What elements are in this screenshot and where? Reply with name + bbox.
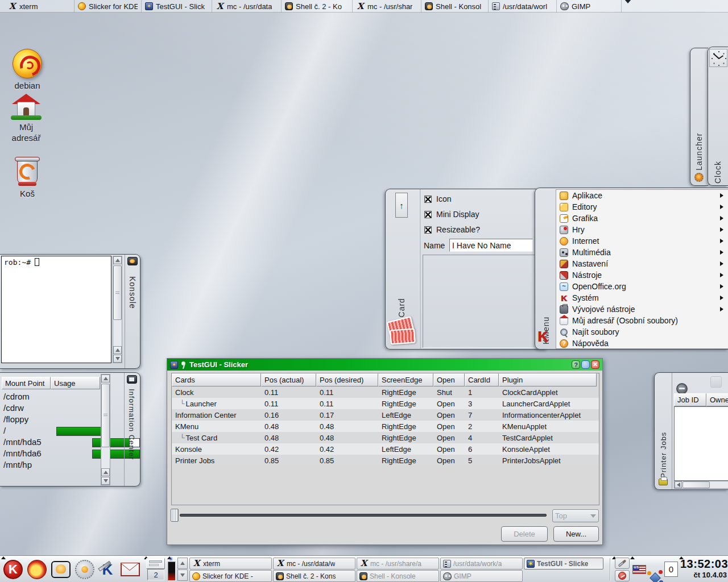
red-dot-tray-button[interactable] [615,570,630,581]
menu-item-najit-soubory[interactable]: Najít soubory [556,326,728,338]
desktop-icon-debian[interactable]: debian [1,49,53,92]
column-header-screenedge[interactable]: ScreenEdge [378,373,433,386]
launcher-card[interactable]: Launcher [690,48,708,186]
help-launcher[interactable] [74,559,96,580]
minimize-button[interactable] [581,360,590,369]
column-header-owner[interactable]: Owner [706,393,728,406]
menu-item-vyvojove-nastroje[interactable]: Vývojové nástroje [556,304,728,315]
terminal-output[interactable]: rob:~# [1,256,111,363]
column-header-open[interactable]: Open [433,373,465,386]
column-header-pos-actual[interactable]: Pos (actual) [261,373,316,386]
screwdriver-tray-button[interactable] [615,558,630,569]
window-list-item-xterm[interactable]: xterm [5,0,75,13]
network-molecule-tray-icon[interactable] [647,570,663,582]
panel-clock[interactable]: 13:52:03 čt 10.4.03 [680,558,727,579]
taskbar-button-shell2[interactable]: Shell č. 2 - Kons [273,570,355,582]
window-list-item-shell2[interactable]: Shell č. 2 - Ko [282,0,353,13]
window-list-item-mc2[interactable]: mc - /usr/shar [353,0,421,13]
checkbox-checked-icon[interactable] [424,226,432,234]
menu-item-aplikace[interactable]: Aplikace [556,190,728,201]
mozilla-launcher[interactable] [26,559,48,580]
column-header-usage[interactable]: Usage [51,377,100,389]
kmail-launcher[interactable] [119,559,141,580]
scroll-down-button[interactable] [101,477,110,485]
mount-row[interactable]: /cdrom [2,390,100,402]
name-input[interactable] [449,239,533,252]
checkbox-row-icon[interactable]: Icon [424,194,451,203]
table-row-test-card[interactable]: └Test Card0.480.48RightEdgeOpen4TestCard… [172,432,599,443]
edge-dropdown[interactable]: Top [552,509,599,522]
pager-desktop-1[interactable] [146,558,165,569]
column-header-cardid[interactable]: CardId [465,373,499,386]
scrollbar-thumb[interactable] [113,265,122,320]
taskbar-button-slicker[interactable]: Slicker for KDE - [189,570,272,582]
card-collapse-button[interactable]: ↑ [395,193,408,218]
checkbox-row-mini-display[interactable]: Mini Display [424,210,479,219]
mount-row[interactable]: /mnt/hda5 [2,436,100,447]
scrollbar-thumb[interactable] [101,384,110,447]
window-list-item-shell[interactable]: Shell - Konsol [421,0,489,13]
pager-desktop-2-active[interactable]: 2 [147,569,164,580]
column-header-plugin[interactable]: Plugin [499,373,597,386]
taskbar-button-shell[interactable]: Shell - Konsole [357,570,439,582]
table-row-information-center[interactable]: Information Center0.160.17LeftEdgeOpen7I… [172,409,599,421]
checkbox-checked-icon[interactable] [424,196,432,203]
konsole-icon[interactable] [127,257,138,265]
remove-job-icon[interactable] [710,376,722,388]
taskbar-button-mc-data[interactable]: mc - /usr/data/w [273,558,355,569]
applet-handle[interactable] [630,556,635,559]
table-row-launcher[interactable]: └Launcher0.110.11RightEdgeOpen3LauncherC… [172,398,599,409]
mount-row[interactable]: /mnt/hp [2,459,100,470]
position-slider-handle[interactable] [171,509,179,522]
window-list-overflow-button[interactable] [624,3,631,14]
scroll-up-button-2[interactable] [101,468,110,476]
menu-item-muj-adresar[interactable]: Můj adresář (Osobní soubory) [556,315,728,326]
clock-card[interactable]: Clock [708,47,728,186]
menu-item-nastroje[interactable]: Nástroje [556,269,728,281]
kwrite-launcher[interactable] [97,559,118,580]
scroll-down-button[interactable] [113,355,122,363]
kde-logo-icon[interactable]: K [537,328,548,346]
table-row-kmenu[interactable]: KMenu0.480.48RightEdgeOpen2KMenuApplet [172,421,599,432]
mount-row[interactable]: / [2,425,100,436]
information-center-icon[interactable] [127,375,137,384]
menu-item-multimedia[interactable]: Multimédia [556,247,728,258]
window-count-box[interactable]: 0 [664,562,678,577]
menu-item-internet[interactable]: Internet [556,235,728,247]
taskbar-button-work[interactable]: /usr/data/work/a [440,558,523,569]
new-button[interactable]: New... [553,526,599,542]
konsole-launcher[interactable] [50,559,72,580]
mount-row[interactable]: /cdrw [2,402,100,413]
delete-button[interactable]: Delete [501,526,548,542]
terminal-scrollbar[interactable] [113,256,122,363]
scroll-left-button[interactable] [675,481,682,488]
taskbar-button-gimp[interactable]: GIMP [440,570,523,582]
window-list-item-mc1[interactable]: mc - /usr/data [212,0,282,13]
cancel-job-icon[interactable] [676,383,688,394]
position-slider-track[interactable] [180,514,547,517]
cards-table[interactable]: Cards Pos (actual) Pos (desired) ScreenE… [171,373,599,505]
column-header-job-id[interactable]: Job ID [674,393,706,406]
menu-item-system[interactable]: Systém [556,292,728,304]
window-list-item-slicker[interactable]: Slicker for KDE [75,0,142,13]
scroll-up-button[interactable] [113,256,122,264]
help-button[interactable] [572,360,580,369]
table-row-printer-jobs[interactable]: Printer Jobs0.850.85RightEdgeOpen5Printe… [172,455,599,466]
keyboard-layout-flag-us[interactable] [632,565,646,574]
desktop-icon-trash[interactable]: Koš [1,157,53,199]
desktop-icon-home[interactable]: Můjadresář [0,93,52,144]
pin-icon[interactable] [181,361,187,369]
table-row-clock[interactable]: Clock0.110.11RightEdgeShut1ClockCardAppl… [172,386,599,398]
menu-item-grafika[interactable]: Grafika [556,213,728,224]
taskbar-button-testgui-active[interactable]: TestGUI - Slicke [524,558,603,569]
column-header-cards[interactable]: Cards [172,373,261,386]
column-header-mount-point[interactable]: Mount Point [2,377,51,389]
table-row-konsole[interactable]: Konsole0.420.42LeftEdgeOpen6KonsoleApple… [172,443,599,455]
mount-row[interactable]: /floppy [2,413,100,425]
menu-item-openoffice[interactable]: OpenOffice.org [556,281,728,292]
scroll-up-button[interactable] [101,375,110,383]
menu-item-nastaveni[interactable]: Nastavení [556,258,728,269]
window-list-item-work[interactable]: /usr/data/worl [489,0,557,13]
testgui-titlebar[interactable]: TestGUI - Slicker [167,359,602,371]
printer-icon[interactable] [659,479,668,485]
